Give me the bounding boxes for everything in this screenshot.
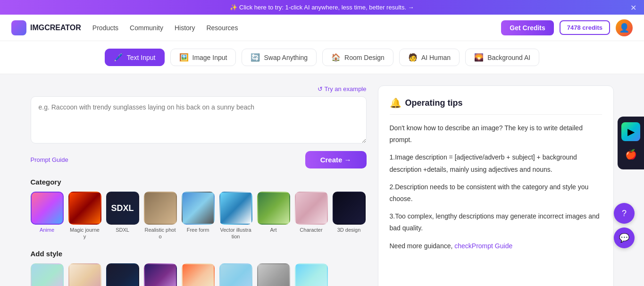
right-panel: 🔔 Operating tips Don't know how to descr… [378,85,614,286]
try-example-row: ↺ Try an example [31,85,367,93]
category-item-anime[interactable]: Anime [31,192,64,240]
category-label-anime: Anime [40,227,54,233]
category-item-vector[interactable]: Vector illustra tion [219,192,252,240]
tips-guide-text: Need more guidance, [390,242,455,250]
nav-products[interactable]: Products [92,24,118,32]
tab-image-input[interactable]: 🖼️ Image Input [170,49,236,66]
swap-icon: 🔄 [251,53,260,62]
style-thumb-japanim [68,263,101,286]
category-item-3d[interactable]: 3D design [333,192,366,240]
floating-buttons: ? 💬 [614,203,635,248]
category-item-freeform[interactable]: Free form [182,192,215,240]
credits-display: 7478 credits [560,20,610,35]
style-item-japanim[interactable]: Japanese Ani me [68,263,101,286]
category-item-sdxl[interactable]: SDXL SDXL [106,192,139,240]
style-thumb-kawaii [295,263,328,286]
tips-body: Don't know how to describe an image? The… [390,122,602,252]
tips-tip3: 3.Too complex, lengthy descriptions may … [390,210,602,234]
style-thumb-mature [106,263,139,286]
category-thumb-art [257,192,290,225]
add-style-title: Add style [31,250,367,258]
try-example-link[interactable]: ↺ Try an example [318,85,367,93]
category-grid: Anime Magic journe y SDXL SDXL Realistic… [31,192,367,240]
apple-store-button[interactable]: 🍎 [621,145,640,164]
nav-links: Products Community History Resources [92,24,238,32]
tips-tip2: 2.Description needs to be consistent wit… [390,181,602,205]
category-item-magic[interactable]: Magic journe y [68,192,101,240]
nav-history[interactable]: History [175,24,195,32]
style-thumb-drawing [144,263,177,286]
style-item-mature[interactable]: maturemale mix [106,263,139,286]
style-thumb-colorful [182,263,215,286]
style-item-vivacity[interactable]: Anime Vivacit y [31,263,64,286]
style-thumb-classic [219,263,252,286]
tab-swap-anything[interactable]: 🔄 Swap Anything [242,49,317,66]
category-title: Category [31,178,367,186]
navbar: IMGCREATOR Products Community History Re… [0,15,644,41]
google-play-button[interactable]: ▶ [621,122,640,141]
style-item-colorful[interactable]: Colorful [182,263,215,286]
tips-header: 🔔 Operating tips [390,97,602,115]
tips-tip1: 1.Image description = [adjective/adverb … [390,151,602,175]
category-item-character[interactable]: Character [295,192,328,240]
tab-background-ai[interactable]: 🌄 Background AI [465,49,539,66]
tab-room-design[interactable]: 🏠 Room Design [322,49,393,66]
category-thumb-3d [333,192,366,225]
chat-button[interactable]: 💬 [614,227,635,248]
tips-intro: Don't know how to describe an image? The… [390,122,602,146]
category-label-art: Art [270,227,276,233]
nav-community[interactable]: Community [130,24,163,32]
create-button-label: Create → [320,156,351,164]
prompt-guide-link[interactable]: Prompt Guide [31,156,68,163]
app-store-panel: ▶ 🍎 [618,117,644,169]
banner-close-button[interactable]: ✕ [630,3,636,12]
tips-title: Operating tips [405,98,463,108]
get-credits-button[interactable]: Get Credits [501,20,553,35]
tool-tabs: 🖊️ Text Input 🖼️ Image Input 🔄 Swap Anyt… [0,41,644,74]
left-panel: ↺ Try an example Prompt Guide Create → C… [31,85,367,286]
create-button[interactable]: Create → [305,151,367,168]
logo-text: IMGCREATOR [30,24,81,32]
tab-image-input-label: Image Input [192,54,227,61]
style-item-lineart[interactable]: Lineart Girl [257,263,290,286]
top-banner[interactable]: ✨ Click here to try: 1-click AI anywhere… [0,0,644,15]
category-label-freeform: Free form [187,227,209,233]
main-container: ↺ Try an example Prompt Guide Create → C… [16,74,629,286]
nav-resources[interactable]: Resources [206,24,238,32]
tab-ai-human[interactable]: 🧑 AI Human [399,49,460,66]
category-label-realistic: Realistic phot o [144,227,177,240]
image-input-icon: 🖼️ [179,53,189,62]
category-item-art[interactable]: Art [257,192,290,240]
logo-icon [11,20,26,35]
category-label-3d: 3D design [337,227,361,233]
style-item-drawing[interactable]: Anime Drawin g [144,263,177,286]
style-item-kawaii[interactable]: Kawaiimix Girl [295,263,328,286]
tips-guide-row: Need more guidance, checkPrompt Guide [390,240,602,252]
category-label-vector: Vector illustra tion [219,227,252,240]
category-thumb-magic [68,192,101,225]
tab-room-label: Room Design [344,54,385,61]
style-grid: Anime Vivacit y Japanese Ani me maturema… [31,263,367,286]
category-thumb-anime [31,192,64,225]
user-avatar[interactable]: 👤 [616,19,633,36]
prompt-input[interactable] [31,96,367,143]
tab-text-input[interactable]: 🖊️ Text Input [105,49,165,66]
nav-right: Get Credits 7478 credits 👤 [501,19,633,36]
tab-swap-label: Swap Anything [264,54,308,61]
category-thumb-sdxl: SDXL [106,192,139,225]
category-label-character: Character [300,227,322,233]
logo[interactable]: IMGCREATOR [11,20,81,35]
category-thumb-vector [219,192,252,225]
category-label-magic: Magic journe y [68,227,101,240]
tips-guide-link[interactable]: checkPrompt Guide [454,242,512,250]
room-icon: 🏠 [331,53,341,62]
category-thumb-realistic [144,192,177,225]
tab-text-input-label: Text Input [127,54,156,61]
category-thumb-character [295,192,328,225]
style-item-classic[interactable]: Anime Classi c [219,263,252,286]
background-icon: 🌄 [474,53,484,62]
category-item-realistic[interactable]: Realistic phot o [144,192,177,240]
help-button[interactable]: ? [614,203,635,224]
banner-text: ✨ Click here to try: 1-click AI anywhere… [230,4,414,11]
ai-human-icon: 🧑 [408,53,418,62]
